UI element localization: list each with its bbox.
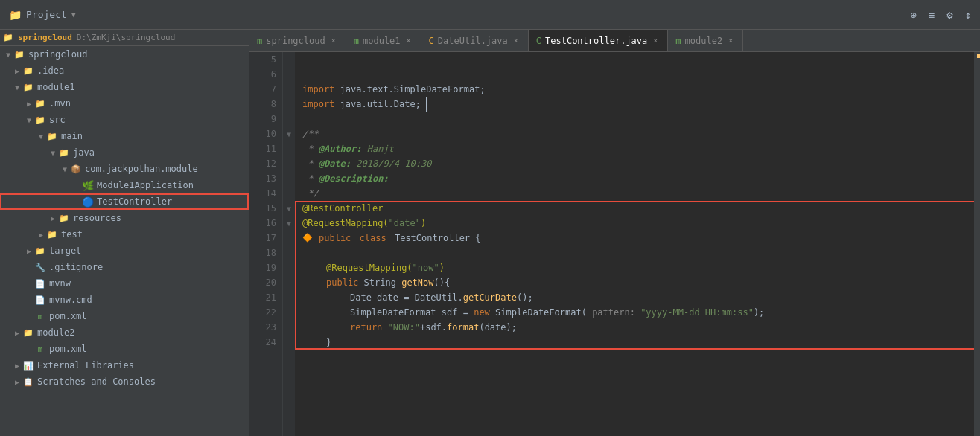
arrow-resources: ▶ (48, 213, 58, 223)
sidebar-item-testcontroller[interactable]: 🔵 TestController (0, 193, 249, 210)
sidebar-item-label: pom.xml (49, 344, 87, 354)
arrow-empty (24, 311, 34, 321)
folder-icon: 📁 (22, 327, 34, 339)
sidebar-item-label: module1 (37, 82, 75, 92)
folder-icon: 📁 (34, 114, 46, 126)
sidebar-item-label: .gitignore (49, 262, 103, 272)
sidebar-item-label: External Libraries (37, 360, 134, 371)
file-icon: 📄 (34, 294, 46, 306)
arrow-main: ▼ (36, 131, 46, 141)
spring-class-icon: 🌿 (82, 179, 94, 191)
folder-icon: 📁 (58, 212, 70, 224)
arrow-empty (71, 180, 82, 190)
arrow-empty (24, 278, 34, 289)
sidebar: 📁 springcloud D:\ZmKji\springcloud ▼ 📁 s… (0, 30, 249, 436)
tab-close-dateutil[interactable]: × (512, 36, 521, 45)
tab-close-module1[interactable]: × (404, 36, 413, 45)
sidebar-item-label: main (61, 131, 83, 141)
sidebar-item-pom-module2[interactable]: m pom.xml (0, 341, 249, 357)
sidebar-item-mvnw[interactable]: 📄 mvnw (0, 275, 249, 292)
sidebar-item-label: target (49, 246, 81, 256)
sidebar-item-mvnw-cmd[interactable]: 📄 mvnw.cmd (0, 292, 249, 308)
arrow-idea: ▶ (12, 65, 22, 76)
tab-icon: m (675, 36, 681, 46)
tab-label: TestController.java (545, 36, 647, 46)
code-line: * @Description: (302, 171, 974, 186)
sidebar-item-src[interactable]: ▼ 📁 src (0, 112, 249, 128)
expand-icon[interactable]: ↕ (962, 6, 974, 24)
tab-close-module2[interactable]: × (726, 36, 735, 45)
folder-icon: 📁 (58, 147, 70, 158)
code-editor: 5 6 7 8 9 10 11 12 13 14 15 16 17 18 19 … (249, 52, 980, 436)
code-line: Date date = DateUtil.getCurDate(); (302, 290, 974, 305)
sidebar-project-path: D:\ZmKji\springcloud (77, 33, 175, 42)
code-line (302, 67, 974, 82)
tab-icon: C (429, 36, 434, 46)
tab-module2[interactable]: m module2 × (668, 30, 743, 51)
sidebar-item-resources[interactable]: ▶ 📁 resources (0, 210, 249, 226)
arrow-empty (24, 344, 34, 354)
folder-icon: 📁 (22, 65, 34, 77)
folder-icon: 📁 (34, 245, 46, 257)
project-button[interactable]: 📁 Project ▼ (0, 0, 85, 29)
sidebar-item-idea[interactable]: ▶ 📁 .idea (0, 62, 249, 79)
right-gutter (974, 52, 980, 436)
code-line: * @Date: 2018/9/4 10:30 (302, 156, 974, 171)
project-icon: 📁 (9, 9, 22, 21)
sidebar-item-mvn[interactable]: ▶ 📁 .mvn (0, 95, 249, 112)
sidebar-item-module2[interactable]: ▶ 📁 module2 (0, 324, 249, 341)
folder-icon: 📁 (22, 81, 34, 93)
code-line: @RequestMapping("now") (302, 260, 974, 275)
sidebar-item-module1[interactable]: ▼ 📁 module1 (0, 79, 249, 95)
sidebar-item-target[interactable]: ▶ 📁 target (0, 243, 249, 259)
tab-springcloud[interactable]: m springcloud × (249, 30, 346, 51)
tab-label: module1 (363, 36, 401, 46)
code-line: /** (302, 126, 974, 141)
tab-label: module2 (685, 36, 723, 46)
sidebar-item-label: .mvn (49, 98, 71, 109)
settings-icon[interactable]: ⚙ (944, 6, 955, 24)
sidebar-item-package[interactable]: ▼ 📦 com.jackpothan.module (0, 161, 249, 177)
tab-label: DateUtil.java (438, 36, 508, 46)
sidebar-item-label: mvnw (49, 278, 71, 289)
tab-testcontroller[interactable]: C TestController.java × (529, 30, 669, 51)
arrow-empty (71, 196, 82, 207)
top-bar: 📁 Project ▼ ⊕ ≡ ⚙ ↕ (0, 0, 980, 30)
project-dropdown-icon: ▼ (71, 10, 76, 19)
arrow-target: ▶ (24, 246, 34, 256)
sidebar-item-label: java (73, 147, 95, 158)
add-icon[interactable]: ⊕ (907, 6, 919, 24)
sidebar-item-springcloud[interactable]: ▼ 📁 springcloud (0, 46, 249, 62)
sidebar-item-gitignore[interactable]: 🔧 .gitignore (0, 259, 249, 275)
sidebar-header: 📁 springcloud D:\ZmKji\springcloud (0, 30, 249, 46)
sidebar-item-label: resources (73, 213, 121, 223)
arrow-empty (24, 295, 34, 305)
folder-icon: 📁 (46, 228, 58, 240)
sidebar-item-label: springcloud (28, 49, 87, 60)
tab-module1[interactable]: m module1 × (346, 30, 421, 51)
tab-icon: m (354, 36, 359, 46)
sidebar-item-java[interactable]: ▼ 📁 java (0, 144, 249, 161)
sidebar-item-main[interactable]: ▼ 📁 main (0, 128, 249, 144)
arrow-test: ▶ (36, 229, 46, 240)
sidebar-item-label: module2 (37, 327, 75, 338)
code-line (302, 52, 974, 67)
tab-dateutil[interactable]: C DateUtil.java × (421, 30, 529, 51)
line-numbers: 5 6 7 8 9 10 11 12 13 14 15 16 17 18 19 … (249, 52, 283, 436)
tab-close-springcloud[interactable]: × (329, 36, 338, 45)
sidebar-item-test[interactable]: ▶ 📁 test (0, 226, 249, 243)
class-icon: 🔵 (82, 196, 94, 208)
arrow-scratches: ▶ (12, 376, 22, 387)
sidebar-item-ext-libs[interactable]: ▶ 📊 External Libraries (0, 357, 249, 374)
folder-icon: 📁 (13, 48, 25, 60)
code-line (302, 246, 974, 260)
fold-gutter: ▼ ▼ ▼ (283, 52, 295, 436)
sidebar-item-pom-module1[interactable]: m pom.xml (0, 308, 249, 324)
folder-icon: 📁 (46, 130, 58, 142)
ext-libs-icon: 📊 (22, 359, 34, 371)
sidebar-item-module1application[interactable]: 🌿 Module1Application (0, 177, 249, 193)
layout-icon[interactable]: ≡ (926, 6, 938, 24)
sidebar-item-scratches[interactable]: ▶ 📋 Scratches and Consoles (0, 374, 249, 390)
tab-close-testcontroller[interactable]: × (651, 36, 660, 45)
code-content[interactable]: import java.text.SimpleDateFormat; impor… (295, 52, 974, 436)
